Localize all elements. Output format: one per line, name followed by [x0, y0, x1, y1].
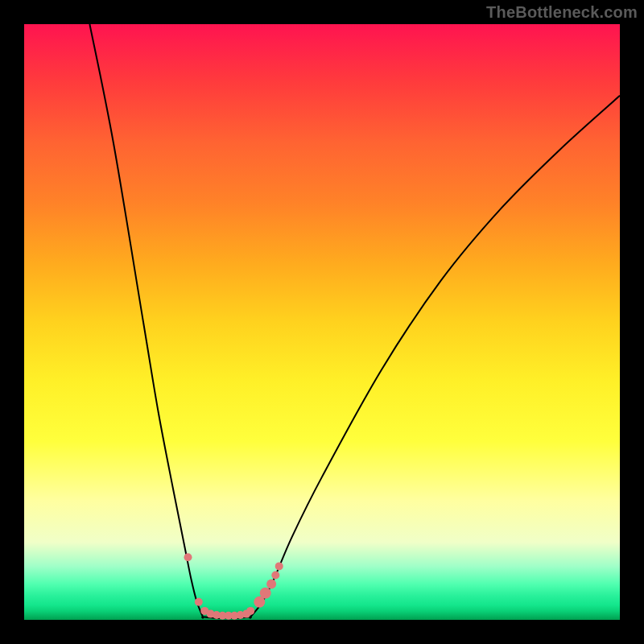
chart-frame: TheBottleneck.com — [0, 0, 644, 644]
marker-point — [275, 562, 283, 570]
bottleneck-curve — [89, 24, 620, 618]
marker-point — [266, 580, 276, 589]
marker-point — [260, 588, 271, 599]
marker-point — [184, 553, 192, 561]
curve-layer — [24, 24, 620, 620]
marker-point — [195, 598, 203, 606]
marker-point — [271, 572, 279, 580]
watermark-text: TheBottleneck.com — [486, 3, 638, 22]
marker-point — [246, 607, 254, 615]
highlight-markers — [184, 553, 283, 620]
plot-area — [24, 24, 620, 620]
